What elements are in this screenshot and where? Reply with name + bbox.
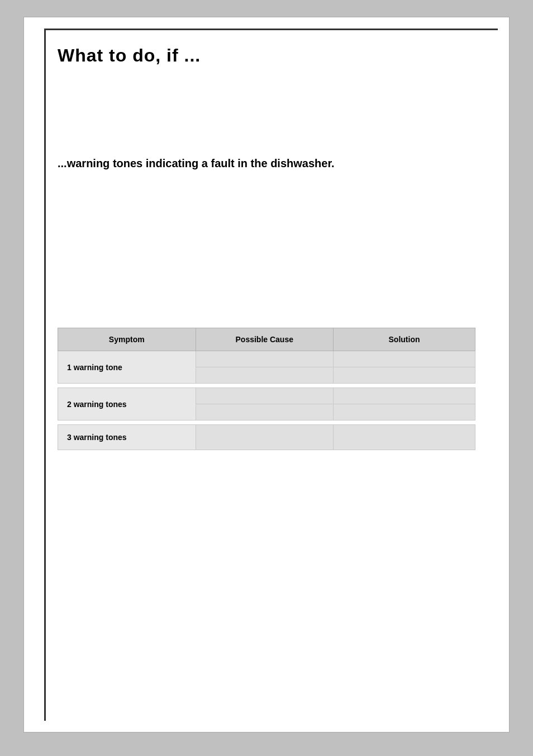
page-title: What to do, if ... (58, 45, 475, 66)
page: What to do, if ... ...warning tones indi… (23, 17, 510, 733)
header-solution: Solution (334, 328, 475, 351)
table-header-row: Symptom Possible Cause Solution (58, 328, 475, 351)
top-bar (44, 29, 498, 30)
cause-cell (196, 351, 334, 367)
fault-table: Symptom Possible Cause Solution 1 warnin… (58, 328, 475, 450)
section-heading: ...warning tones indicating a fault in t… (58, 155, 475, 171)
cause-cell (196, 425, 334, 450)
row-gap (58, 420, 475, 425)
solution-cell (334, 367, 475, 384)
table-row: 1 warning tone (58, 351, 475, 367)
solution-cell (334, 351, 475, 367)
cause-cell (196, 367, 334, 384)
solution-cell (334, 404, 475, 420)
cause-cell (196, 388, 334, 404)
header-symptom: Symptom (58, 328, 196, 351)
header-cause: Possible Cause (196, 328, 334, 351)
solution-cell (334, 388, 475, 404)
table-row: 3 warning tones (58, 425, 475, 450)
symptom-3-warning-tones: 3 warning tones (58, 425, 196, 450)
symptom-1-warning-tone: 1 warning tone (58, 351, 196, 384)
table-row: 2 warning tones (58, 388, 475, 404)
symptom-2-warning-tones: 2 warning tones (58, 388, 196, 420)
left-bar (44, 29, 46, 721)
table-container: Symptom Possible Cause Solution 1 warnin… (58, 328, 475, 450)
solution-cell (334, 425, 475, 450)
cause-cell (196, 404, 334, 420)
row-gap (58, 384, 475, 388)
